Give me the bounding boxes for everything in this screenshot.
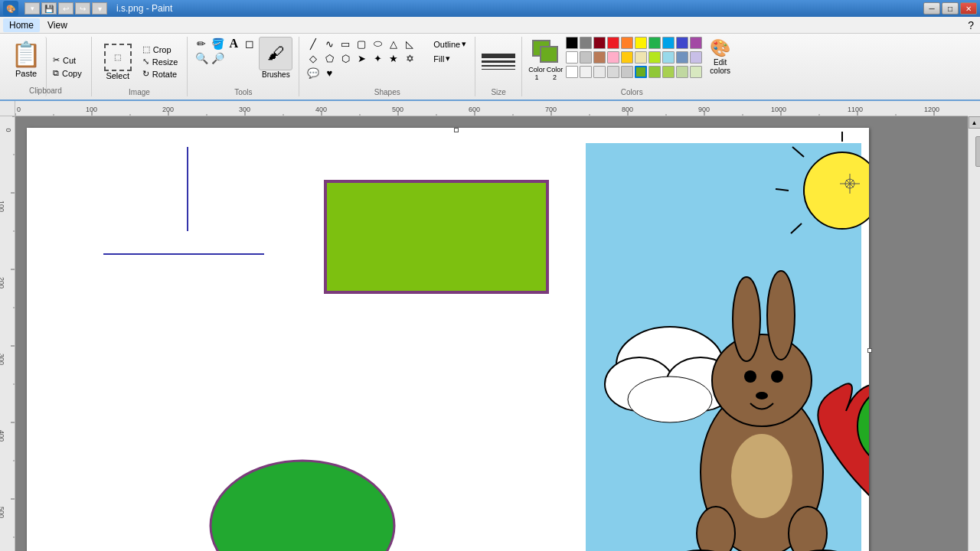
size3-btn[interactable]	[482, 65, 515, 67]
swatch-blue[interactable]	[662, 37, 675, 49]
help-btn[interactable]: ?	[965, 19, 977, 31]
color-pick-tool[interactable]: 🔍	[194, 51, 209, 65]
swatch-steelblue[interactable]	[676, 51, 688, 64]
rightangle-shape[interactable]: ◺	[402, 37, 417, 51]
quick-undo-btn[interactable]: ↩	[58, 2, 74, 15]
drawing-canvas[interactable]	[27, 128, 869, 551]
size1-btn[interactable]	[482, 54, 515, 58]
close-btn[interactable]: ✕	[960, 2, 977, 15]
svg-point-82	[789, 507, 827, 551]
triangle-shape[interactable]: △	[386, 37, 401, 51]
eraser-tool[interactable]: ◻	[242, 37, 257, 51]
swatch-brown[interactable]	[593, 51, 606, 64]
minimize-btn[interactable]: ─	[923, 2, 940, 15]
copy-button[interactable]: ⧉ Copy	[50, 67, 85, 79]
pentagon-shape[interactable]: ⬠	[322, 51, 337, 65]
swatch-darkred[interactable]	[593, 37, 606, 49]
rect-shape[interactable]: ▭	[338, 37, 353, 51]
canvas-handle-right[interactable]	[867, 348, 872, 353]
canvas-handle-top[interactable]	[454, 128, 459, 132]
app-logo: 🎨	[3, 1, 18, 16]
roundrect-shape[interactable]: ▢	[354, 37, 369, 51]
rotate-button[interactable]: ↻ Rotate	[139, 68, 181, 80]
fill-tool[interactable]: 🪣	[210, 37, 225, 51]
swatch-w4[interactable]	[593, 66, 606, 78]
swatch-orange[interactable]	[621, 37, 633, 49]
svg-point-59	[211, 461, 394, 551]
brushes-button[interactable]: 🖌	[259, 37, 292, 70]
brushes-label: Brushes	[262, 70, 290, 79]
swatch-w3[interactable]	[580, 66, 592, 78]
crop-button[interactable]: ⬚ Crop	[139, 44, 181, 55]
swatch-yellow[interactable]	[635, 37, 647, 49]
swatch-w6[interactable]	[621, 66, 633, 78]
swatch-darkblue[interactable]	[676, 37, 688, 49]
line-shape[interactable]: ╱	[305, 37, 321, 51]
menu-home[interactable]: Home	[3, 18, 40, 32]
clipboard-section: 📋 Paste ✂ Cut ⧉ Copy Clipboard	[0, 37, 92, 96]
fill-dropdown[interactable]: Fill ▾	[431, 53, 469, 64]
ruler-row: 0 100 200 300 400 500 600 700 80	[0, 101, 980, 116]
callout-shape[interactable]: 💬	[305, 66, 321, 80]
canvas-row: 0 100 200 300 400 500	[0, 116, 980, 551]
heart-shape[interactable]: ♥	[322, 66, 337, 80]
swatch-g5[interactable]	[690, 66, 702, 78]
swatch-white[interactable]	[566, 51, 578, 64]
outline-dropdown[interactable]: Outline ▾	[431, 38, 469, 50]
star5-shape[interactable]: ★	[386, 51, 401, 65]
svg-text:1100: 1100	[848, 106, 863, 113]
swatch-lightblue[interactable]	[662, 51, 675, 64]
menu-view[interactable]: View	[41, 18, 74, 32]
curve-shape[interactable]: ∿	[322, 37, 337, 51]
quick-redo-btn[interactable]: ↪	[75, 2, 90, 15]
image-label: Image	[98, 88, 181, 96]
size4-btn[interactable]	[482, 69, 515, 70]
svg-point-74	[712, 334, 812, 426]
swatch-g4[interactable]	[676, 66, 688, 78]
arrow-shape[interactable]: ➤	[354, 51, 369, 65]
cut-label: Cut	[63, 56, 76, 65]
edit-colors-button[interactable]: 🎨 Editcolors	[705, 37, 735, 77]
scroll-up-btn[interactable]: ▲	[969, 116, 981, 129]
text-tool[interactable]: A	[226, 37, 241, 51]
swatch-lime[interactable]	[648, 51, 661, 64]
size2-btn[interactable]	[482, 60, 515, 63]
swatch-pink[interactable]	[607, 51, 619, 64]
vertical-scrollbar[interactable]: ▲ ▼	[968, 116, 980, 551]
swatch-cream[interactable]	[635, 51, 647, 64]
cut-button[interactable]: ✂ Cut	[50, 54, 85, 66]
swatch-black[interactable]	[566, 37, 578, 49]
star6-shape[interactable]: ✡	[402, 51, 417, 65]
titlebar-menu-btn[interactable]: ▾	[24, 2, 40, 15]
resize-button[interactable]: ⤡ Resize	[139, 56, 181, 67]
svg-text:300: 300	[0, 354, 5, 365]
cut-icon: ✂	[53, 55, 60, 65]
swatch-lavender[interactable]	[690, 51, 702, 64]
quick-save-btn[interactable]: 💾	[41, 2, 57, 15]
select-icon: ⬚	[104, 44, 132, 71]
hexagon-shape[interactable]: ⬡	[338, 51, 353, 65]
swatch-g3[interactable]	[662, 66, 675, 78]
swatch-gray[interactable]	[580, 37, 592, 49]
swatch-g2[interactable]	[648, 66, 661, 78]
pencil-tool[interactable]: ✏	[194, 37, 209, 51]
swatch-w5[interactable]	[607, 66, 619, 78]
swatch-green[interactable]	[648, 37, 661, 49]
swatch-lightgray[interactable]	[580, 51, 592, 64]
select-button[interactable]: ⬚ Select	[98, 41, 138, 83]
swatch-w2[interactable]	[566, 66, 578, 78]
swatch-gold[interactable]	[621, 51, 633, 64]
maximize-btn[interactable]: □	[942, 2, 959, 15]
diamond-shape[interactable]: ◇	[305, 51, 321, 65]
swatch-selected[interactable]	[635, 66, 647, 78]
swatch-red[interactable]	[607, 37, 619, 49]
ellipse-shape[interactable]: ⬭	[370, 37, 385, 51]
clipboard-label: Clipboard	[0, 86, 91, 95]
paste-icon: 📋	[11, 40, 41, 69]
color1-box[interactable]	[540, 46, 558, 63]
titlebar-dropdown-btn[interactable]: ▾	[92, 2, 107, 15]
swatch-purple[interactable]	[690, 37, 702, 49]
scroll-v-thumb[interactable]	[975, 136, 981, 167]
magnify-tool[interactable]: 🔎	[210, 51, 225, 65]
star4-shape[interactable]: ✦	[370, 51, 385, 65]
